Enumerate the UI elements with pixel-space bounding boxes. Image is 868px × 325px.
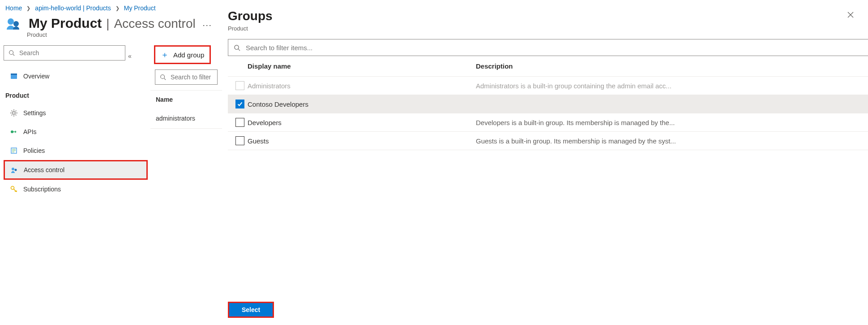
- svg-line-13: [164, 78, 166, 80]
- svg-point-11: [11, 186, 14, 190]
- plus-icon: ＋: [161, 49, 169, 60]
- main-content: ＋ Add group Name administrators: [150, 43, 222, 129]
- nav-section-product: Product: [4, 86, 148, 104]
- group-name: Guests: [248, 137, 476, 145]
- checkbox[interactable]: [235, 100, 244, 108]
- svg-point-1: [13, 21, 19, 26]
- svg-point-7: [11, 130, 13, 133]
- panel-grid-header: Display name Description: [228, 56, 868, 77]
- group-name: Contoso Developers: [248, 100, 476, 108]
- sidebar-search[interactable]: [4, 45, 125, 61]
- page-section: Access control: [114, 17, 196, 31]
- group-description: Guests is a built-in group. Its membersh…: [476, 137, 868, 145]
- title-divider: |: [106, 17, 109, 31]
- main-filter-input[interactable]: [170, 73, 213, 81]
- breadcrumb-product[interactable]: My Product: [124, 4, 156, 12]
- svg-rect-5: [11, 74, 17, 75]
- panel-title: Groups: [228, 9, 273, 23]
- nav-label: Access control: [24, 166, 64, 173]
- breadcrumb-home[interactable]: Home: [5, 4, 22, 12]
- main-filter[interactable]: [155, 69, 218, 85]
- chevron-right-icon: ❯: [26, 5, 30, 11]
- product-icon: [5, 15, 21, 31]
- key-icon: [10, 185, 18, 193]
- search-icon: [9, 50, 15, 56]
- column-display-name[interactable]: Display name: [248, 62, 476, 70]
- group-row-guests[interactable]: Guests Guests is a built-in group. Its m…: [228, 132, 868, 150]
- svg-line-3: [13, 54, 15, 56]
- table-row[interactable]: administrators: [150, 108, 222, 129]
- nav-apis[interactable]: APIs: [4, 122, 148, 141]
- group-row-developers[interactable]: Developers Developers is a built-in grou…: [228, 113, 868, 132]
- nav-label: Settings: [23, 109, 46, 117]
- svg-point-2: [9, 51, 13, 55]
- nav-subscriptions[interactable]: Subscriptions: [4, 180, 148, 199]
- svg-point-10: [15, 169, 17, 171]
- chevron-right-icon: ❯: [115, 5, 120, 11]
- svg-point-9: [12, 168, 14, 170]
- checkbox[interactable]: [235, 118, 244, 127]
- nav-overview[interactable]: Overview: [4, 67, 148, 86]
- nav-policies[interactable]: Policies: [4, 141, 148, 160]
- page-title: My Product: [29, 16, 102, 31]
- gear-icon: [10, 109, 18, 117]
- svg-point-16: [235, 45, 239, 49]
- sidebar-search-input[interactable]: [18, 49, 120, 57]
- table-column-name[interactable]: Name: [150, 90, 222, 108]
- groups-panel: Groups Product Display name Description …: [228, 0, 868, 199]
- search-icon: [234, 44, 240, 51]
- column-description[interactable]: Description: [476, 62, 868, 70]
- checkbox: [235, 81, 244, 90]
- svg-line-17: [238, 49, 240, 51]
- close-button[interactable]: [844, 9, 857, 21]
- overview-icon: [10, 72, 18, 80]
- group-description: Developers is a built-in group. Its memb…: [476, 119, 868, 126]
- panel-subtitle: Product: [228, 25, 273, 32]
- panel-search[interactable]: [228, 39, 868, 56]
- add-group-button[interactable]: ＋ Add group: [154, 45, 211, 64]
- nav-label: APIs: [23, 128, 37, 135]
- add-group-label: Add group: [173, 51, 204, 59]
- apis-icon: [10, 128, 18, 136]
- nav-label: Policies: [23, 147, 45, 154]
- svg-point-12: [161, 75, 165, 79]
- group-name: Administrators: [248, 82, 476, 90]
- group-row-administrators: Administrators Administrators is a built…: [228, 77, 868, 95]
- collapse-sidebar-button[interactable]: «: [128, 52, 132, 60]
- breadcrumb-service[interactable]: apim-hello-world | Products: [35, 4, 111, 12]
- group-name: Developers: [248, 119, 476, 126]
- svg-point-0: [8, 18, 14, 25]
- group-description: Administrators is a built-in group conta…: [476, 82, 868, 90]
- sidebar: « Overview Product Settings APIs: [0, 43, 148, 199]
- policies-icon: [10, 147, 18, 155]
- nav-label: Subscriptions: [23, 186, 61, 193]
- more-button[interactable]: ···: [203, 21, 212, 30]
- svg-point-6: [13, 112, 15, 114]
- nav-access-control[interactable]: Access control: [4, 160, 148, 180]
- checkbox[interactable]: [235, 136, 244, 145]
- nav-label: Overview: [23, 73, 49, 80]
- nav-settings[interactable]: Settings: [4, 104, 148, 122]
- search-icon: [160, 74, 166, 80]
- group-row-contoso-developers[interactable]: Contoso Developers: [228, 95, 868, 113]
- access-control-icon: [10, 166, 18, 174]
- panel-search-input[interactable]: [245, 43, 863, 52]
